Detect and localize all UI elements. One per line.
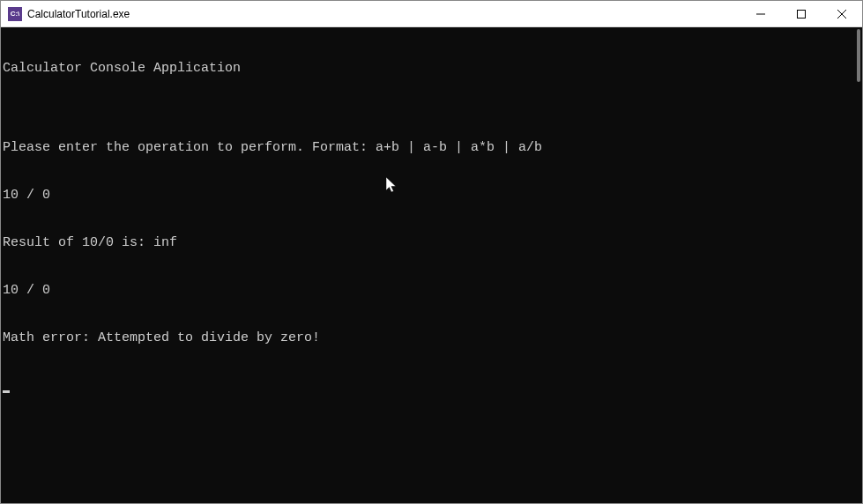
window-title: CalculatorTutorial.exe bbox=[27, 8, 740, 20]
text-cursor bbox=[3, 390, 10, 393]
maximize-button[interactable] bbox=[781, 1, 822, 26]
vertical-scrollbar[interactable] bbox=[850, 27, 862, 503]
app-icon: C:\ bbox=[8, 7, 22, 21]
titlebar[interactable]: C:\ CalculatorTutorial.exe bbox=[1, 1, 862, 27]
console-line: Result of 10/0 is: inf bbox=[3, 235, 862, 251]
maximize-icon bbox=[797, 10, 806, 19]
close-icon bbox=[837, 10, 846, 19]
minimize-icon bbox=[756, 10, 765, 19]
console-output[interactable]: Calculator Console Application Please en… bbox=[1, 27, 862, 503]
scrollbar-thumb[interactable] bbox=[857, 29, 860, 82]
console-line: 10 / 0 bbox=[3, 188, 862, 204]
console-line: Math error: Attempted to divide by zero! bbox=[3, 330, 862, 346]
window-controls bbox=[740, 1, 862, 26]
svg-rect-1 bbox=[798, 10, 806, 18]
app-window: C:\ CalculatorTutorial.exe Calculator Co… bbox=[0, 0, 863, 504]
minimize-button[interactable] bbox=[740, 1, 781, 26]
close-button[interactable] bbox=[822, 1, 862, 26]
console-line: Please enter the operation to perform. F… bbox=[3, 140, 862, 156]
app-icon-label: C:\ bbox=[11, 10, 20, 18]
console-line: Calculator Console Application bbox=[3, 61, 862, 77]
console-cursor-line bbox=[3, 378, 862, 394]
console-line: 10 / 0 bbox=[3, 283, 862, 299]
